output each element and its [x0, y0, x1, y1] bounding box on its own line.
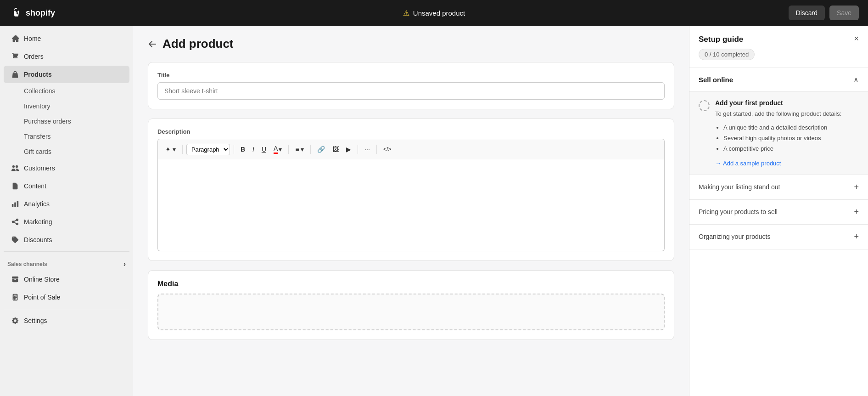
transfers-label: Transfers [24, 133, 51, 140]
sidebar-item-discounts[interactable]: Discounts [4, 231, 129, 249]
toolbar-sparkle-btn[interactable]: ✦ ▾ [162, 144, 179, 155]
sidebar-item-customers[interactable]: Customers [4, 159, 129, 177]
purchase-orders-label: Purchase orders [24, 118, 71, 125]
title-label: Title [157, 72, 665, 79]
sample-product-link[interactable]: → Add a sample product [715, 160, 781, 167]
sidebar-item-inventory[interactable]: Inventory [4, 99, 129, 113]
sidebar-item-content[interactable]: Content [4, 177, 129, 195]
toolbar-video-btn[interactable]: ▶ [343, 144, 354, 155]
collections-label: Collections [24, 87, 55, 95]
sidebar-item-products[interactable]: Products [4, 66, 129, 83]
collapsed-step-3-expand-btn[interactable]: + [854, 232, 859, 242]
discard-button[interactable]: Discard [789, 6, 825, 20]
save-button[interactable]: Save [829, 6, 859, 20]
toolbar-code-btn[interactable]: </> [381, 144, 394, 154]
sidebar-item-pos[interactable]: Point of Sale [4, 289, 129, 306]
toolbar-divider-1 [182, 145, 183, 154]
toolbar-italic-btn[interactable]: I [250, 144, 257, 155]
sidebar-item-pos-label: Point of Sale [24, 294, 60, 301]
sidebar-item-gift-cards[interactable]: Gift cards [4, 144, 129, 159]
toolbar-color-btn[interactable]: A ▾ [271, 143, 285, 156]
sidebar-item-orders[interactable]: Orders [4, 48, 129, 65]
page-title: Add product [162, 37, 234, 51]
analytics-icon [11, 200, 19, 208]
sidebar-item-online-store[interactable]: Online Store [4, 271, 129, 288]
toolbar-more-btn[interactable]: ··· [362, 144, 373, 155]
content-area: Add product Title Description ✦ ▾ Paragr… [133, 26, 689, 396]
page-header: Add product [148, 37, 674, 51]
collapsed-step-3-label: Organizing your products [699, 233, 770, 240]
setup-step-content: Add your first product To get started, a… [715, 99, 859, 167]
toolbar-divider-6 [376, 145, 377, 154]
title-input[interactable] [157, 82, 665, 100]
toolbar-image-btn[interactable]: 🖼 [330, 144, 342, 155]
sidebar-item-analytics[interactable]: Analytics [4, 195, 129, 213]
step-incomplete-icon [699, 100, 710, 111]
sidebar-item-home-label: Home [24, 35, 41, 42]
sidebar-item-products-label: Products [24, 71, 52, 78]
collapsed-step-1-label: Making your listing stand out [699, 183, 780, 191]
sidebar-item-home[interactable]: Home [4, 30, 129, 47]
back-arrow-icon [148, 40, 157, 49]
inventory-label: Inventory [24, 102, 50, 110]
topbar-actions: Discard Save [789, 6, 859, 20]
pos-icon [11, 293, 19, 301]
section-collapse-button[interactable]: ∧ [853, 75, 859, 84]
toolbar-divider-3 [288, 145, 289, 154]
media-label: Media [157, 280, 665, 288]
setup-collapsed-step-2[interactable]: Pricing your products to sell + [689, 200, 868, 225]
topbar-title-text: Unsaved product [413, 9, 465, 17]
logo-text: shopify [26, 8, 55, 18]
checklist-item-2: Several high quality photos or videos [723, 133, 859, 143]
sidebar-item-marketing[interactable]: Marketing [4, 213, 129, 231]
back-button[interactable] [148, 40, 157, 49]
toolbar-link-btn[interactable]: 🔗 [314, 144, 328, 155]
sidebar-item-discounts-label: Discounts [24, 236, 52, 243]
sidebar-item-purchase-orders[interactable]: Purchase orders [4, 114, 129, 129]
gift-cards-label: Gift cards [24, 148, 51, 155]
toolbar-align-btn[interactable]: ≡ ▾ [292, 144, 307, 155]
paragraph-select[interactable]: Paragraph [186, 144, 230, 155]
sidebar-item-settings[interactable]: Settings [4, 312, 129, 329]
setup-step-checklist: A unique title and a detailed descriptio… [715, 122, 859, 154]
warning-icon: ⚠ [403, 9, 409, 17]
setup-progress-badge: 0 / 10 completed [699, 49, 755, 60]
sidebar-divider-2 [4, 309, 129, 309]
sidebar-divider-1 [4, 251, 129, 252]
toolbar-underline-btn[interactable]: U [259, 144, 269, 155]
orders-icon [11, 52, 19, 61]
setup-panel: × Setup guide 0 / 10 completed Sell onli… [689, 26, 868, 396]
sidebar-item-settings-label: Settings [24, 317, 47, 324]
toolbar-bold-btn[interactable]: B [238, 144, 248, 155]
sidebar-item-transfers[interactable]: Transfers [4, 129, 129, 144]
sales-channels-label: Sales channels [7, 261, 47, 267]
setup-collapsed-step-3[interactable]: Organizing your products + [689, 225, 868, 249]
sidebar: Home Orders Products Collections Invento… [0, 26, 133, 396]
main-layout: Home Orders Products Collections Invento… [0, 26, 868, 396]
collapsed-step-2-expand-btn[interactable]: + [854, 207, 859, 217]
media-dropzone[interactable] [157, 294, 665, 330]
online-store-icon [11, 275, 19, 283]
home-icon [11, 34, 19, 43]
collapsed-step-1-expand-btn[interactable]: + [854, 182, 859, 192]
checklist-item-1: A unique title and a detailed descriptio… [723, 122, 859, 133]
title-card: Title [148, 62, 674, 109]
media-card: Media [148, 270, 674, 340]
setup-step-row: Add your first product To get started, a… [699, 99, 859, 167]
sidebar-item-collections[interactable]: Collections [4, 84, 129, 98]
sales-channels-section: Sales channels › [0, 255, 133, 270]
description-label: Description [157, 128, 665, 135]
sidebar-item-content-label: Content [24, 182, 46, 190]
description-editor-body[interactable] [157, 159, 665, 251]
setup-header: × Setup guide 0 / 10 completed [689, 26, 868, 68]
sidebar-item-analytics-label: Analytics [24, 200, 50, 208]
setup-close-button[interactable]: × [854, 34, 859, 44]
setup-step-title: Add your first product [715, 99, 859, 107]
checklist-item-3: A competitive price [723, 143, 859, 154]
topbar-title-area: ⚠ Unsaved product [403, 9, 465, 17]
setup-collapsed-step-1[interactable]: Making your listing stand out + [689, 175, 868, 200]
setup-section-header[interactable]: Sell online ∧ [689, 68, 868, 92]
editor-toolbar: ✦ ▾ Paragraph B I U A ▾ ≡ ▾ 🔗 🖼 ▶ ··· [157, 139, 665, 159]
logo: shopify [9, 6, 55, 19]
setup-step-description: To get started, add the following produc… [715, 109, 859, 119]
